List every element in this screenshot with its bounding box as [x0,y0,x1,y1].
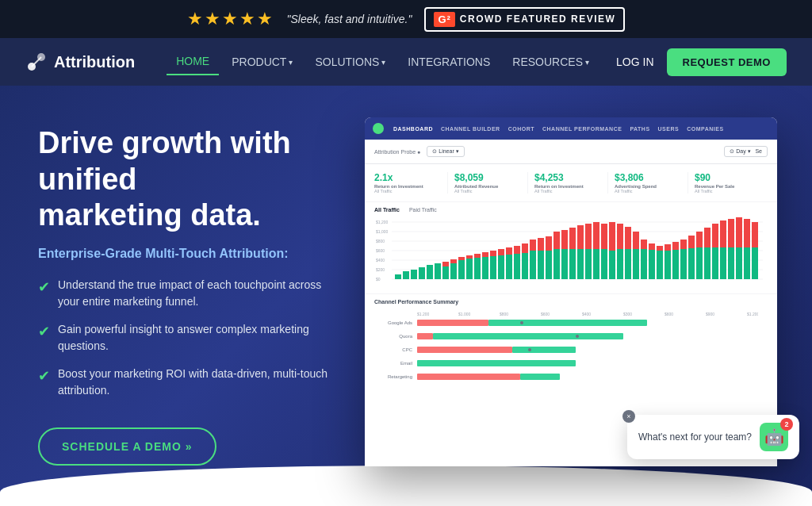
svg-line-2 [32,57,41,67]
svg-rect-32 [474,258,481,279]
metric-value-roi: 2.1x [374,172,441,183]
chevron-down-icon: ▾ [585,58,589,67]
mockup-nav-users: USERS [658,126,680,132]
channel-name-google: Google Ads [374,320,412,325]
channel-dot [528,348,531,351]
mockup-logo [373,123,384,134]
robot-icon[interactable]: 🤖 2 [760,423,788,451]
tab-paid-traffic[interactable]: Paid Traffic [409,207,437,213]
metric-value-roi2: $4,253 [534,172,601,183]
channel-row-retargeting: Retargeting [374,372,768,381]
channel-row-email: Email [374,358,768,368]
svg-rect-34 [482,257,488,279]
period-select[interactable]: ⊙ Day ▾ Se [724,146,768,157]
notification-badge: 2 [780,418,793,431]
svg-rect-25 [450,259,457,263]
svg-rect-24 [442,266,449,279]
svg-rect-43 [522,243,528,253]
channel-bars-cpc [417,345,768,355]
mockup-nav-items: DASHBOARD CHANNEL BUILDER COHORT CHANNEL… [393,126,724,132]
hero-left: Drive growth with unified marketing data… [0,86,365,506]
close-icon[interactable]: × [622,410,635,423]
svg-rect-38 [498,255,504,279]
nav-integrations[interactable]: INTEGRATIONS [398,49,500,75]
nav-solutions[interactable]: SOLUTIONS ▾ [305,49,395,75]
svg-rect-58 [577,249,584,279]
svg-rect-60 [585,249,592,279]
channel-bars-quora [417,332,768,341]
svg-rect-40 [506,255,512,279]
mockup-nav-companies: COMPANIES [687,126,723,132]
svg-text:$400: $400 [582,312,591,316]
svg-rect-42 [514,254,520,279]
svg-rect-48 [538,251,544,279]
chat-bubble[interactable]: × What's next for your team? 🤖 2 [627,415,799,459]
channel-row-cpc: CPC [374,345,768,355]
svg-rect-70 [625,249,631,279]
star-rating: ★★★★★ [187,9,274,29]
svg-rect-80 [665,251,671,279]
channel-bars-email [417,358,768,368]
svg-rect-87 [696,232,703,247]
request-demo-button[interactable]: REQUEST DEMO [667,48,787,76]
svg-rect-79 [665,244,671,251]
g2-badge[interactable]: G² CROWD FEATURED REVIEW [424,7,625,32]
channel-bar-green [520,374,560,380]
nav-product[interactable]: PRODUCT ▾ [222,49,302,75]
check-icon: ✔ [38,277,50,298]
svg-rect-37 [498,249,504,255]
svg-rect-17 [395,274,401,279]
metric-value-adspend: $3,806 [615,172,681,183]
mockup-controls: Attribution Probe ● ⊙ Linear ▾ ⊙ Day ▾ S… [365,140,777,164]
svg-rect-56 [569,249,576,279]
svg-rect-85 [688,236,695,248]
svg-rect-44 [522,253,528,279]
svg-rect-59 [585,224,592,249]
nav-resources[interactable]: RESOURCES ▾ [503,49,599,75]
svg-rect-31 [474,254,481,258]
svg-rect-76 [649,250,655,279]
nav-home[interactable]: HOME [167,48,219,75]
mockup-nav-paths: PATHS [630,126,649,132]
attribution-model-select[interactable]: ⊙ Linear ▾ [427,146,464,157]
svg-text:$1,200: $1,200 [376,220,389,224]
svg-rect-81 [672,242,679,250]
svg-rect-26 [450,263,457,279]
channel-bars-retargeting [417,372,768,381]
nav-right: LOG IN REQUEST DEMO [616,48,787,76]
logo-area[interactable]: Attribution [25,51,135,73]
metric-sub-adspend: All Traffic [615,189,681,194]
metric-revenue: $8,059 Attributed Revenue All Traffic [454,172,528,194]
channel-performance-area: Channel Performance Summary $1,200 $1,00… [365,294,777,390]
svg-rect-93 [720,220,726,247]
svg-rect-23 [442,262,449,266]
svg-rect-71 [633,232,639,249]
svg-rect-86 [688,248,695,279]
svg-rect-45 [530,240,536,251]
tab-all-traffic[interactable]: All Traffic [374,207,400,213]
svg-rect-61 [593,222,599,249]
hero-subtitle: Enterprise-Grade Multi-Touch Attribution… [38,247,333,261]
review-quote: "Sleek, fast and intuitive." [287,13,412,25]
svg-rect-20 [419,267,425,279]
svg-rect-41 [514,246,520,254]
svg-rect-27 [458,257,465,260]
svg-rect-91 [712,224,718,247]
schedule-demo-button[interactable]: SCHEDULE A DEMO » [38,427,216,466]
g2-logo: G² [434,12,454,27]
svg-rect-21 [427,265,433,279]
chart-tabs: All Traffic Paid Traffic [374,207,768,213]
metric-sub-rps: All Traffic [695,189,761,194]
metric-value-revenue: $8,059 [454,172,521,183]
channel-bar-red [417,320,488,326]
svg-rect-28 [458,260,465,279]
login-link[interactable]: LOG IN [616,56,653,68]
metric-value-rps: $90 [695,172,761,183]
svg-rect-64 [601,249,607,279]
svg-text:$600: $600 [376,248,385,253]
svg-rect-33 [482,252,488,257]
channel-bar-green [512,347,576,353]
mockup-nav-dashboard: DASHBOARD [393,126,433,132]
channel-bar-green [488,320,647,326]
svg-text:$900: $900 [706,312,714,316]
